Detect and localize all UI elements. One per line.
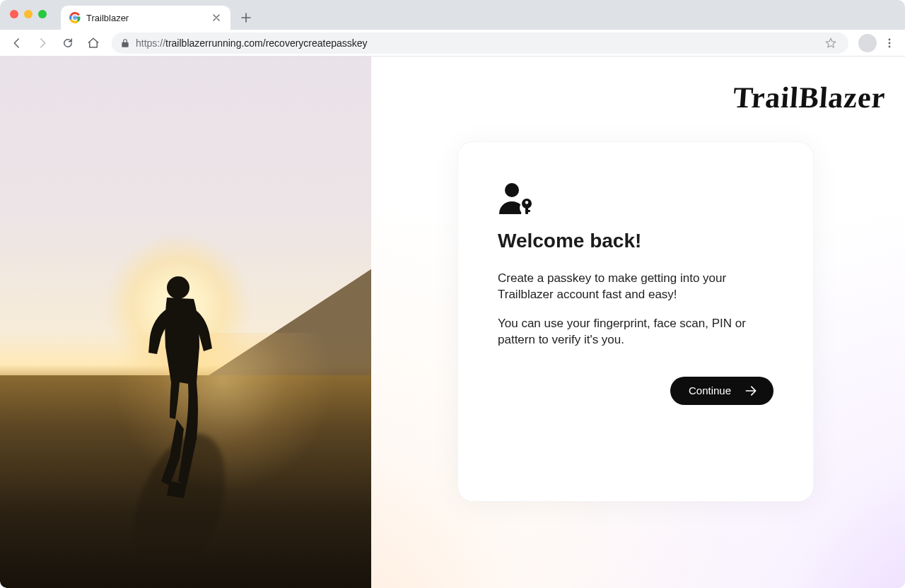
svg-rect-12 (527, 210, 530, 212)
profile-avatar-button[interactable] (858, 34, 877, 52)
window-controls (10, 10, 47, 18)
tab-favicon-icon (69, 12, 81, 23)
nav-reload-button[interactable] (57, 32, 79, 54)
bookmark-star-icon[interactable] (824, 37, 837, 49)
window-zoom-button[interactable] (38, 10, 47, 18)
lock-icon (120, 38, 130, 48)
url-path: trailblazerrunning.com/recoverycreatepas… (165, 37, 368, 49)
svg-point-8 (505, 183, 519, 197)
browser-menu-button[interactable] (880, 33, 899, 53)
browser-tab-active[interactable]: Trailblazer (61, 6, 230, 30)
card-heading: Welcome back! (498, 230, 773, 252)
svg-point-5 (889, 42, 891, 44)
tab-title: Trailblazer (86, 13, 205, 23)
svg-point-3 (74, 16, 76, 18)
arrow-right-icon (744, 384, 758, 398)
page-root: TrailBlazer Welcome back! Create (0, 57, 905, 588)
passkey-card: Welcome back! Create a passkey to make g… (457, 141, 814, 502)
continue-button-label: Continue (689, 384, 731, 396)
continue-button[interactable]: Continue (670, 377, 773, 405)
person-passkey-icon (498, 182, 533, 214)
window-minimize-button[interactable] (24, 10, 33, 18)
runner-silhouette-icon (129, 269, 228, 502)
hero-image (0, 57, 371, 588)
tab-strip: Trailblazer (0, 0, 905, 30)
brand-logo: TrailBlazer (732, 81, 887, 114)
nav-forward-button[interactable] (31, 32, 54, 54)
svg-point-7 (167, 276, 189, 299)
browser-toolbar: https://trailblazerrunning.com/recoveryc… (0, 30, 905, 57)
card-paragraph-2: You can use your fingerprint, face scan,… (498, 316, 773, 348)
address-bar[interactable]: https://trailblazerrunning.com/recoveryc… (112, 33, 848, 54)
content-panel: TrailBlazer Welcome back! Create (371, 57, 905, 588)
nav-back-button[interactable] (6, 32, 28, 54)
page-viewport: TrailBlazer Welcome back! Create (0, 57, 905, 588)
svg-point-10 (525, 201, 528, 204)
nav-home-button[interactable] (82, 32, 105, 54)
card-paragraph-1: Create a passkey to make getting into yo… (498, 271, 773, 303)
browser-window: Trailblazer htt (0, 0, 905, 588)
tab-close-button[interactable] (211, 12, 222, 23)
url-scheme: https:// (136, 37, 165, 49)
window-close-button[interactable] (10, 10, 18, 18)
address-text: https://trailblazerrunning.com/recoveryc… (136, 37, 819, 49)
svg-point-6 (889, 45, 891, 47)
new-tab-button[interactable] (236, 8, 256, 28)
tabs-row: Trailblazer (61, 0, 256, 30)
svg-point-4 (889, 38, 891, 40)
